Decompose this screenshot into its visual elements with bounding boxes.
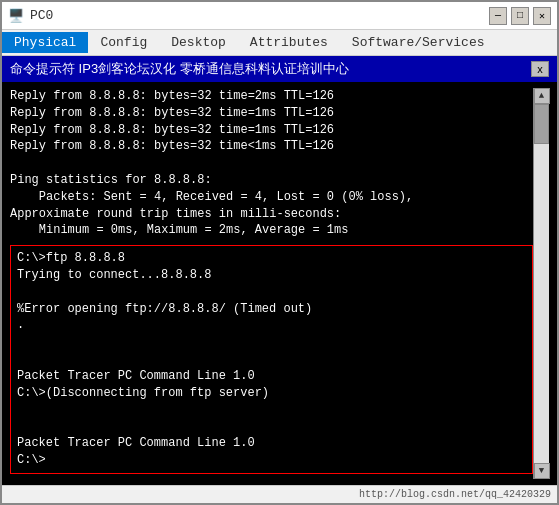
ftp-output-box: C:\>ftp 8.8.8.8 Trying to connect...8.8.… <box>10 245 533 473</box>
scrollbar[interactable]: ▲ ▼ <box>533 88 549 479</box>
window-icon: 🖥️ <box>8 8 24 24</box>
scroll-up-arrow[interactable]: ▲ <box>534 88 550 104</box>
line-8: Approximate round trip times in milli-se… <box>10 206 533 223</box>
main-window: 🖥️ PC0 — □ ✕ Physical Config Desktop Att… <box>0 0 559 505</box>
cmd-close-button[interactable]: x <box>531 61 549 77</box>
maximize-button[interactable]: □ <box>511 7 529 25</box>
ftp-line-6 <box>17 351 526 368</box>
title-controls: — □ ✕ <box>489 7 551 25</box>
menu-software-services[interactable]: Software/Services <box>340 32 497 53</box>
minimize-button[interactable]: — <box>489 7 507 25</box>
ftp-line-11: Packet Tracer PC Command Line 1.0 <box>17 435 526 452</box>
ftp-line-9 <box>17 401 526 418</box>
scroll-thumb[interactable] <box>534 104 549 144</box>
ftp-line-3: %Error opening ftp://8.8.8.8/ (Timed out… <box>17 301 526 318</box>
close-button[interactable]: ✕ <box>533 7 551 25</box>
line-9: Minimum = 0ms, Maximum = 2ms, Average = … <box>10 222 533 239</box>
window-title: PC0 <box>30 8 53 23</box>
terminal-content: Reply from 8.8.8.8: bytes=32 time=2ms TT… <box>10 88 533 479</box>
cmd-header: 命令提示符 IP3剑客论坛汉化 零桥通信息科料认证培训中心 x <box>2 56 557 82</box>
ftp-line-12: C:\> <box>17 452 526 469</box>
menu-desktop[interactable]: Desktop <box>159 32 238 53</box>
status-text: http://blog.csdn.net/qq_42420329 <box>359 489 551 500</box>
title-bar: 🖥️ PC0 — □ ✕ <box>2 2 557 30</box>
line-7: Packets: Sent = 4, Received = 4, Lost = … <box>10 189 533 206</box>
title-left: 🖥️ PC0 <box>8 8 53 24</box>
line-5 <box>10 155 533 172</box>
ftp-line-10 <box>17 418 526 435</box>
ftp-line-8: C:\>(Disconnecting from ftp server) <box>17 385 526 402</box>
ftp-line-2 <box>17 284 526 301</box>
menu-config[interactable]: Config <box>88 32 159 53</box>
terminal-area[interactable]: Reply from 8.8.8.8: bytes=32 time=2ms TT… <box>2 82 557 485</box>
scroll-track[interactable] <box>534 104 549 463</box>
menu-attributes[interactable]: Attributes <box>238 32 340 53</box>
line-4: Reply from 8.8.8.8: bytes=32 time<1ms TT… <box>10 138 533 155</box>
line-1: Reply from 8.8.8.8: bytes=32 time=2ms TT… <box>10 88 533 105</box>
cmd-header-title: 命令提示符 IP3剑客论坛汉化 零桥通信息科料认证培训中心 <box>10 60 349 78</box>
ftp-line-0: C:\>ftp 8.8.8.8 <box>17 250 526 267</box>
menu-bar: Physical Config Desktop Attributes Softw… <box>2 30 557 56</box>
line-3: Reply from 8.8.8.8: bytes=32 time=1ms TT… <box>10 122 533 139</box>
line-6: Ping statistics for 8.8.8.8: <box>10 172 533 189</box>
ftp-line-1: Trying to connect...8.8.8.8 <box>17 267 526 284</box>
ftp-line-4: . <box>17 317 526 334</box>
status-bar: http://blog.csdn.net/qq_42420329 <box>2 485 557 503</box>
menu-physical[interactable]: Physical <box>2 32 88 53</box>
ftp-line-5 <box>17 334 526 351</box>
ftp-line-7: Packet Tracer PC Command Line 1.0 <box>17 368 526 385</box>
scroll-down-arrow[interactable]: ▼ <box>534 463 550 479</box>
line-2: Reply from 8.8.8.8: bytes=32 time=1ms TT… <box>10 105 533 122</box>
